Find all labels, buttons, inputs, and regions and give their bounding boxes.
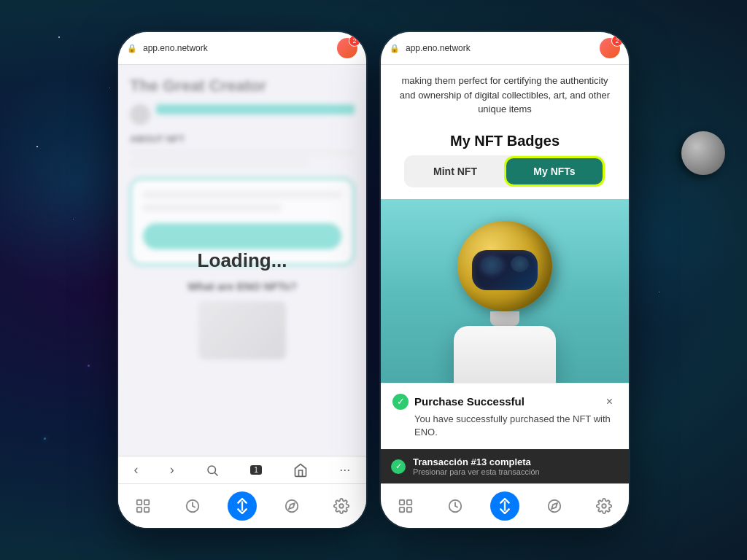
toast-title: Purchase Successful [414,395,596,408]
svg-rect-3 [144,500,149,505]
right-phone-content: making them perfect for certifying the a… [381,65,629,483]
right-app-nav-transfer[interactable] [490,491,519,521]
left-avatar [337,38,357,58]
right-app-nav-history[interactable] [441,491,470,521]
toast-close-btn[interactable]: × [602,394,617,410]
svg-point-17 [549,500,561,513]
svg-rect-11 [400,500,404,505]
left-browser-chrome: 🔒 app.eno.network [118,32,366,65]
left-tab-btn[interactable]: 1 [250,465,262,475]
left-url-bar[interactable]: app.eno.network [143,43,331,53]
main-container: 🔒 app.eno.network The Great Creator ABOU… [0,0,747,560]
toast-container: ✓ Purchase Successful × You have success… [381,383,629,483]
right-phone: 🔒 app.eno.network making them perfect fo… [381,32,629,528]
mint-nft-tab[interactable]: Mint NFT [407,158,503,184]
svg-point-0 [208,466,216,474]
svg-rect-4 [137,508,142,512]
toast-transaction[interactable]: ✓ Transacción #13 completa Presionar par… [381,449,629,483]
left-tab-count: 1 [250,465,262,475]
left-app-nav-history[interactable] [178,491,207,521]
svg-rect-13 [400,508,404,512]
right-browser-chrome: 🔒 app.eno.network [381,32,629,65]
left-app-nav-transfer[interactable] [228,491,257,521]
left-phone-content: The Great Creator ABOUT NFT What are ENO… [118,65,366,456]
right-app-nav-settings[interactable] [589,491,619,521]
right-lock-icon: 🔒 [390,44,400,53]
toast-header: ✓ Purchase Successful × [392,394,617,410]
svg-rect-2 [137,500,142,505]
left-more-btn[interactable]: ··· [339,462,350,478]
toast-success: ✓ Purchase Successful × You have success… [381,383,629,449]
svg-point-8 [286,500,298,513]
toast-check-icon: ✓ [392,394,409,410]
left-browser-nav: ‹ › 1 ··· [118,456,366,528]
robot-body [454,326,556,389]
toast-tx-text: Transacción #13 completa Presionar para … [413,456,619,476]
left-back-btn[interactable]: ‹ [134,462,139,478]
toast-tx-sub: Presionar para ver esta transacción [413,467,619,476]
right-tab-container: Mint NFT My NFTs [404,155,605,187]
toast-tx-check-icon: ✓ [391,459,406,474]
left-blur-overlay: Loading... [118,65,366,456]
right-avatar [600,38,620,58]
left-search-btn[interactable] [206,464,219,477]
svg-point-10 [339,504,344,508]
toast-message: You have successfully purchased the NFT … [392,413,617,439]
right-app-nav [381,483,629,528]
left-app-nav [118,483,366,528]
left-loading-text: Loading... [198,249,287,272]
svg-marker-9 [289,503,295,509]
left-nav-bar: ‹ › 1 ··· [118,456,366,483]
left-app-nav-settings[interactable] [327,491,356,521]
svg-rect-5 [144,508,149,512]
left-forward-btn[interactable]: › [170,462,174,478]
right-app-nav-compass[interactable] [540,491,569,521]
robot-neck [490,311,519,325]
my-nfts-tab[interactable]: My NFTs [506,158,603,184]
robot-figure [439,221,570,389]
svg-marker-18 [551,503,557,509]
nft-image-container [381,199,629,389]
left-app-nav-compass[interactable] [277,491,306,521]
right-app-nav-files[interactable] [391,491,420,521]
left-app-nav-files[interactable] [128,491,158,521]
svg-point-19 [602,504,606,508]
svg-line-1 [214,472,217,475]
left-lock-icon: 🔒 [127,44,137,53]
svg-rect-12 [407,500,411,505]
robot-visor [472,250,538,290]
toast-tx-title: Transacción #13 completa [413,456,619,467]
right-description: making them perfect for certifying the a… [381,65,629,125]
right-badges-title: My NFT Badges [381,125,629,155]
left-home-btn[interactable] [293,463,308,478]
left-phone: 🔒 app.eno.network The Great Creator ABOU… [118,32,366,528]
robot-helmet [457,221,552,312]
right-bottom-nav [381,483,629,528]
right-url-bar[interactable]: app.eno.network [406,43,594,53]
svg-rect-14 [407,508,411,512]
